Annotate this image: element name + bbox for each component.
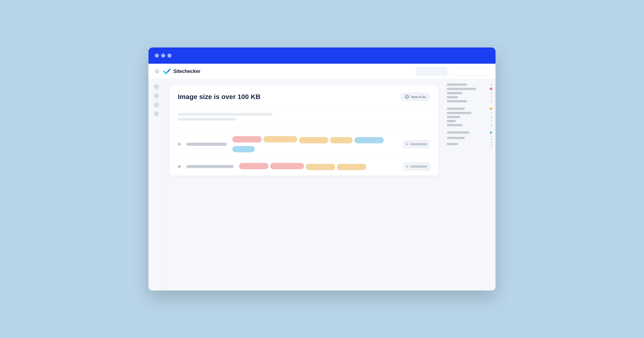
rs-row-8	[447, 116, 492, 118]
rs-mini-dots-6	[491, 116, 492, 118]
rs-group-1	[447, 83, 492, 102]
tag-orange-1	[264, 136, 297, 143]
traffic-light-1	[155, 54, 159, 58]
row-url-1	[186, 143, 227, 146]
question-icon: ?	[405, 95, 409, 99]
tag-orange-2	[299, 137, 328, 143]
how-to-fix-label: How to fix	[411, 95, 426, 99]
content-area: Image size is over 100 KB ? How to fix	[164, 79, 496, 291]
rs-status-blue	[490, 131, 492, 134]
tags-area-1	[232, 136, 398, 152]
rs-mini-dot-7a	[491, 120, 492, 122]
action-bar-2	[410, 166, 427, 168]
sidebar-left	[148, 79, 164, 291]
logo-text: Sitechecker	[173, 68, 200, 74]
rs-bar-11	[447, 131, 469, 134]
rs-bar-4	[447, 96, 458, 98]
rs-bar-13	[447, 143, 458, 145]
right-sidebar	[444, 79, 496, 291]
rs-mini-dots-5	[491, 112, 492, 114]
rs-row-12	[447, 136, 492, 140]
rs-mini-dots-9	[491, 136, 492, 140]
rs-row-9	[447, 120, 492, 122]
rs-bar-1	[447, 83, 467, 86]
browser-titlebar	[148, 47, 496, 64]
spacer-row	[170, 128, 438, 131]
rs-mini-dot-5a	[491, 112, 492, 114]
table-row	[170, 131, 438, 158]
traffic-light-2	[161, 54, 165, 58]
rs-row-3	[447, 92, 492, 94]
traffic-light-3	[168, 54, 172, 58]
tag-blue-2	[232, 146, 255, 152]
desc-line-2	[178, 118, 236, 121]
rs-bar-3	[447, 92, 462, 94]
table-section	[170, 128, 438, 176]
rs-mini-dot-1	[491, 84, 492, 86]
tags-area-2	[239, 163, 398, 170]
rs-mini-dots-10	[491, 142, 492, 146]
action-dot-2	[406, 166, 408, 168]
header-button-1[interactable]	[416, 67, 447, 75]
row-icon-1	[178, 143, 181, 146]
content-card: Image size is over 100 KB ? How to fix	[170, 85, 438, 176]
rs-row-2	[447, 88, 492, 90]
tag-pink-1	[232, 136, 262, 143]
rs-mini-dot-10a	[491, 142, 492, 143]
tag-pink-2	[239, 163, 268, 169]
rs-bar-9	[447, 120, 456, 122]
rs-bar-12	[447, 137, 465, 139]
rs-status-red	[490, 88, 492, 90]
how-to-fix-button[interactable]: ? How to fix	[400, 93, 430, 101]
action-bar-1	[410, 143, 427, 145]
rs-mini-dots-3	[491, 97, 492, 98]
rs-row-13	[447, 142, 492, 146]
row-url-2	[186, 165, 234, 168]
rs-mini-dot-10b	[491, 145, 492, 146]
rs-mini-dots-8	[491, 125, 492, 126]
rs-bar-8	[447, 116, 460, 118]
rs-row-1	[447, 83, 492, 86]
rs-group-2	[447, 107, 492, 126]
tag-orange-4	[306, 164, 335, 170]
rs-mini-dot-6a	[491, 116, 492, 118]
rs-row-4	[447, 96, 492, 98]
action-btn-1[interactable]	[403, 140, 430, 148]
rs-mini-dots-7	[491, 120, 492, 122]
header-button-2[interactable]	[451, 67, 489, 75]
desc-line-1	[178, 113, 272, 116]
row-icon-2	[178, 165, 181, 168]
top-header: Sitechecker	[148, 64, 496, 79]
rs-mini-dot-9a	[491, 136, 492, 137]
rs-mini-dots-4	[491, 101, 492, 102]
issue-description	[170, 108, 438, 128]
rs-mini-dots-2	[491, 93, 492, 94]
rs-status-orange	[490, 107, 492, 110]
rs-mini-dot-3a	[491, 97, 492, 98]
nav-back-circle	[155, 69, 159, 74]
rs-mini-dots-1	[491, 84, 492, 86]
inner-main: Image size is over 100 KB ? How to fix	[164, 79, 444, 291]
table-row-2	[170, 158, 438, 176]
logo-icon	[163, 68, 171, 74]
rs-mini-dot-8a	[491, 125, 492, 126]
rs-mini-dot-4a	[491, 101, 492, 102]
rs-bar-2	[447, 88, 476, 90]
rs-bar-10	[447, 124, 462, 126]
rs-mini-dot-2a	[491, 93, 492, 94]
rs-row-5	[447, 100, 492, 102]
tag-orange-5	[337, 164, 366, 170]
rs-row-11	[447, 131, 492, 134]
rs-mini-dot-9b	[491, 138, 492, 140]
rs-group-3	[447, 131, 492, 146]
rs-row-7	[447, 112, 492, 114]
rs-bar-5	[447, 100, 467, 102]
action-btn-2[interactable]	[403, 163, 430, 170]
nav-item-2[interactable]	[154, 93, 159, 98]
browser-window: Sitechecker Image size is over 100 KB	[148, 47, 496, 291]
tag-pink-3	[270, 163, 304, 169]
nav-item-3[interactable]	[154, 102, 159, 107]
nav-item-4[interactable]	[154, 111, 159, 116]
logo-area: Sitechecker	[163, 68, 412, 74]
nav-item-1[interactable]	[154, 84, 159, 89]
